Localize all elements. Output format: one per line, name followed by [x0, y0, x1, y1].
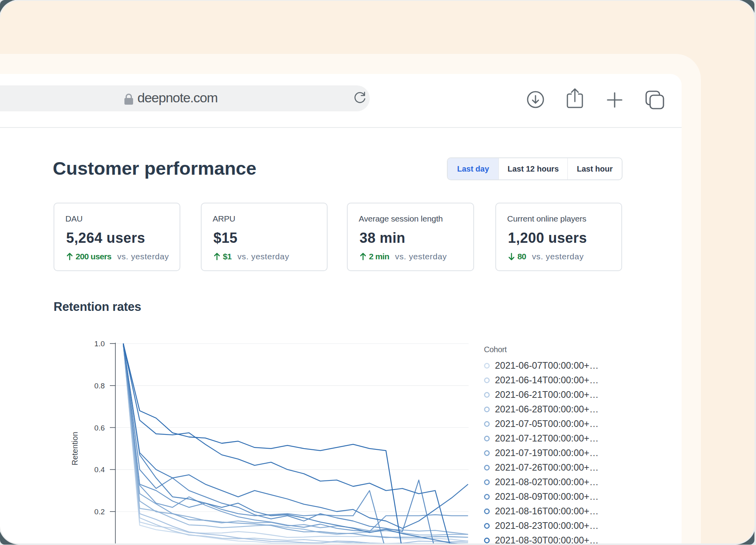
svg-text:0.8: 0.8: [94, 382, 105, 390]
svg-text:0.4: 0.4: [94, 466, 105, 474]
svg-text:Retention: Retention: [70, 432, 79, 466]
svg-text:0.6: 0.6: [94, 424, 105, 432]
svg-text:0.2: 0.2: [94, 508, 105, 516]
svg-text:1.0: 1.0: [94, 340, 105, 348]
